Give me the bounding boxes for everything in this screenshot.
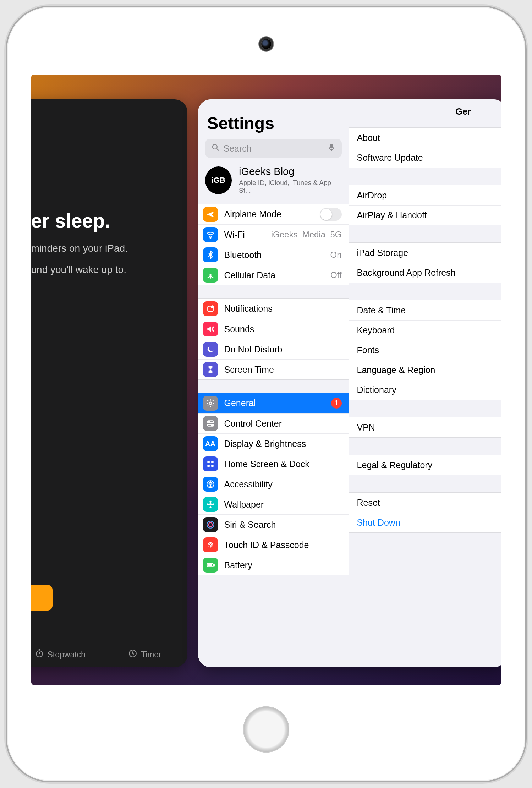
airplane-toggle[interactable] bbox=[320, 208, 342, 221]
row-label: Screen Time bbox=[224, 365, 342, 375]
tab-timer-label: Timer bbox=[141, 650, 161, 660]
tab-timer[interactable]: Timer bbox=[128, 649, 161, 660]
row-control-center[interactable]: Control Center bbox=[198, 413, 349, 433]
svg-point-18 bbox=[210, 482, 211, 483]
row-display[interactable]: AA Display & Brightness bbox=[198, 433, 349, 454]
row-label: AirPlay & Handoff bbox=[357, 210, 427, 220]
svg-rect-15 bbox=[207, 465, 210, 467]
row-airdrop[interactable]: AirDrop bbox=[349, 185, 501, 205]
row-notifications[interactable]: Notifications bbox=[198, 299, 349, 319]
svg-rect-13 bbox=[207, 461, 210, 463]
group-network: Airplane Mode Wi-Fi iGeeks_Media_5G Blue… bbox=[198, 204, 349, 285]
tab-stopwatch-label: Stopwatch bbox=[48, 650, 86, 660]
svg-point-12 bbox=[211, 425, 212, 426]
screen: er sleep. minders on your iPad. und you'… bbox=[31, 75, 501, 685]
svg-point-20 bbox=[209, 501, 211, 503]
detail-group-about: About Software Update bbox=[349, 127, 501, 168]
svg-rect-14 bbox=[211, 461, 214, 463]
row-label: Wi-Fi bbox=[224, 230, 268, 240]
row-label: Battery bbox=[224, 560, 342, 570]
row-dnd[interactable]: Do Not Disturb bbox=[198, 339, 349, 359]
row-label: Language & Region bbox=[357, 365, 435, 375]
svg-rect-16 bbox=[211, 465, 214, 467]
app-card-clock[interactable]: er sleep. minders on your iPad. und you'… bbox=[31, 99, 187, 667]
row-label: Date & Time bbox=[357, 305, 406, 316]
home-button[interactable] bbox=[243, 706, 289, 753]
svg-point-4 bbox=[210, 237, 211, 238]
row-language[interactable]: Language & Region bbox=[349, 360, 501, 380]
row-date-time[interactable]: Date & Time bbox=[349, 300, 501, 320]
row-value: iGeeks_Media_5G bbox=[271, 230, 342, 240]
svg-point-2 bbox=[212, 144, 217, 149]
hourglass-icon bbox=[203, 362, 218, 377]
svg-point-8 bbox=[209, 402, 212, 404]
row-general[interactable]: General 1 bbox=[198, 393, 349, 413]
row-label: Legal & Regulatory bbox=[357, 460, 433, 470]
row-bg-refresh[interactable]: Background App Refresh bbox=[349, 263, 501, 283]
row-fonts[interactable]: Fonts bbox=[349, 340, 501, 360]
svg-point-24 bbox=[207, 521, 214, 528]
row-legal[interactable]: Legal & Regulatory bbox=[349, 455, 501, 475]
row-airplay[interactable]: AirPlay & Handoff bbox=[349, 205, 501, 225]
row-sounds[interactable]: Sounds bbox=[198, 319, 349, 339]
row-label: Keyboard bbox=[357, 325, 395, 335]
front-camera bbox=[261, 39, 271, 49]
row-ipad-storage[interactable]: iPad Storage bbox=[349, 243, 501, 263]
bluetooth-icon bbox=[203, 247, 218, 262]
row-cellular[interactable]: Cellular Data Off bbox=[198, 265, 349, 285]
search-input[interactable]: Search bbox=[205, 139, 342, 158]
row-software-update[interactable]: Software Update bbox=[349, 148, 501, 168]
stopwatch-icon bbox=[35, 649, 44, 660]
row-label: iPad Storage bbox=[357, 248, 408, 258]
text-size-icon: AA bbox=[203, 436, 218, 451]
row-label: Cellular Data bbox=[224, 270, 327, 280]
toggles-icon bbox=[203, 416, 218, 431]
row-label: AirDrop bbox=[357, 190, 387, 201]
clock-orange-button[interactable] bbox=[31, 585, 53, 611]
row-wallpaper[interactable]: Wallpaper bbox=[198, 494, 349, 514]
mic-icon[interactable] bbox=[327, 143, 336, 154]
row-label: Do Not Disturb bbox=[224, 344, 342, 355]
row-siri[interactable]: Siri & Search bbox=[198, 514, 349, 535]
row-wifi[interactable]: Wi-Fi iGeeks_Media_5G bbox=[198, 224, 349, 245]
row-label: Home Screen & Dock bbox=[224, 459, 342, 469]
row-battery[interactable]: Battery bbox=[198, 555, 349, 575]
apple-id-row[interactable]: iGB iGeeks Blog Apple ID, iCloud, iTunes… bbox=[198, 164, 349, 204]
clock-heading: er sleep. bbox=[31, 209, 180, 232]
airplane-icon bbox=[203, 207, 218, 222]
row-bluetooth[interactable]: Bluetooth On bbox=[198, 245, 349, 265]
row-vpn[interactable]: VPN bbox=[349, 417, 501, 437]
row-label: Touch ID & Passcode bbox=[224, 540, 342, 550]
row-dictionary[interactable]: Dictionary bbox=[349, 380, 501, 400]
row-label: Control Center bbox=[224, 418, 342, 429]
detail-group-storage: iPad Storage Background App Refresh bbox=[349, 242, 501, 283]
notification-badge: 1 bbox=[331, 398, 342, 409]
accessibility-icon bbox=[203, 477, 218, 492]
detail-pane: Ger About Software Update AirDrop AirPla… bbox=[349, 99, 501, 667]
row-accessibility[interactable]: Accessibility bbox=[198, 474, 349, 494]
svg-rect-27 bbox=[213, 564, 214, 566]
row-label: Shut Down bbox=[357, 518, 400, 528]
row-label: Background App Refresh bbox=[357, 268, 456, 278]
row-about[interactable]: About bbox=[349, 128, 501, 148]
row-airplane[interactable]: Airplane Mode bbox=[198, 204, 349, 224]
antenna-icon bbox=[203, 268, 218, 283]
row-touch-id[interactable]: Touch ID & Passcode bbox=[198, 535, 349, 555]
app-card-settings[interactable]: Settings Search iGB iGeeks Blog bbox=[198, 99, 501, 667]
settings-sidebar: Settings Search iGB iGeeks Blog bbox=[198, 99, 349, 667]
tab-stopwatch[interactable]: Stopwatch bbox=[35, 649, 86, 660]
svg-point-7 bbox=[211, 305, 214, 308]
row-label: Airplane Mode bbox=[224, 209, 320, 219]
row-label: Software Update bbox=[357, 153, 423, 163]
row-home-screen[interactable]: Home Screen & Dock bbox=[198, 454, 349, 474]
row-shut-down[interactable]: Shut Down bbox=[349, 513, 501, 532]
svg-point-19 bbox=[209, 503, 212, 506]
app-switcher[interactable]: er sleep. minders on your iPad. und you'… bbox=[31, 75, 501, 685]
row-screen-time[interactable]: Screen Time bbox=[198, 359, 349, 379]
row-reset[interactable]: Reset bbox=[349, 493, 501, 513]
row-label: Display & Brightness bbox=[224, 439, 342, 449]
row-label: Accessibility bbox=[224, 479, 342, 489]
row-keyboard[interactable]: Keyboard bbox=[349, 320, 501, 340]
group-general: General 1 Control Center AA Display & Br… bbox=[198, 393, 349, 575]
detail-group-reset: Reset Shut Down bbox=[349, 492, 501, 533]
